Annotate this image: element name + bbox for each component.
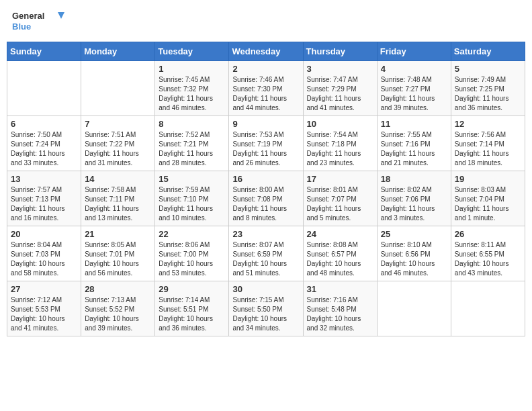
day-number: 18	[381, 174, 447, 184]
calendar-cell: 31Sunrise: 7:16 AM Sunset: 5:48 PM Dayli…	[303, 281, 377, 336]
day-info: Sunrise: 7:16 AM Sunset: 5:48 PM Dayligh…	[307, 295, 373, 333]
day-number: 7	[85, 119, 151, 129]
calendar-cell: 30Sunrise: 7:15 AM Sunset: 5:50 PM Dayli…	[229, 281, 303, 336]
day-number: 5	[455, 64, 521, 74]
day-info: Sunrise: 7:12 AM Sunset: 5:53 PM Dayligh…	[11, 295, 77, 333]
calendar-cell: 1Sunrise: 7:45 AM Sunset: 7:32 PM Daylig…	[155, 61, 229, 116]
day-number: 20	[11, 229, 77, 239]
calendar-table: SundayMondayTuesdayWednesdayThursdayFrid…	[7, 42, 525, 336]
day-info: Sunrise: 7:57 AM Sunset: 7:13 PM Dayligh…	[11, 185, 77, 223]
day-number: 6	[11, 119, 77, 129]
calendar-cell: 15Sunrise: 7:59 AM Sunset: 7:10 PM Dayli…	[155, 171, 229, 226]
day-info: Sunrise: 7:58 AM Sunset: 7:11 PM Dayligh…	[85, 185, 151, 223]
calendar-cell: 25Sunrise: 8:10 AM Sunset: 6:56 PM Dayli…	[377, 226, 451, 281]
calendar-body: 1Sunrise: 7:45 AM Sunset: 7:32 PM Daylig…	[7, 61, 525, 336]
day-number: 9	[232, 119, 299, 129]
calendar-cell: 9Sunrise: 7:53 AM Sunset: 7:19 PM Daylig…	[229, 116, 303, 171]
day-number: 1	[159, 64, 225, 74]
day-info: Sunrise: 7:14 AM Sunset: 5:51 PM Dayligh…	[159, 295, 225, 333]
calendar-cell: 24Sunrise: 8:08 AM Sunset: 6:57 PM Dayli…	[303, 226, 377, 281]
svg-marker-2	[58, 12, 64, 19]
day-number: 28	[85, 284, 151, 294]
day-info: Sunrise: 7:56 AM Sunset: 7:14 PM Dayligh…	[455, 130, 521, 168]
day-info: Sunrise: 7:59 AM Sunset: 7:10 PM Dayligh…	[159, 185, 225, 223]
svg-text:Blue: Blue	[12, 21, 31, 32]
day-number: 25	[381, 229, 447, 239]
calendar-cell	[377, 281, 451, 336]
calendar-cell: 8Sunrise: 7:52 AM Sunset: 7:21 PM Daylig…	[155, 116, 229, 171]
day-header-thursday: Thursday	[303, 42, 377, 61]
calendar-cell: 10Sunrise: 7:54 AM Sunset: 7:18 PM Dayli…	[303, 116, 377, 171]
day-info: Sunrise: 7:48 AM Sunset: 7:27 PM Dayligh…	[381, 75, 447, 113]
day-number: 27	[11, 284, 77, 294]
day-number: 10	[307, 119, 373, 129]
calendar-cell: 12Sunrise: 7:56 AM Sunset: 7:14 PM Dayli…	[451, 116, 525, 171]
week-row-1: 1Sunrise: 7:45 AM Sunset: 7:32 PM Daylig…	[7, 61, 525, 116]
day-info: Sunrise: 7:53 AM Sunset: 7:19 PM Dayligh…	[232, 130, 299, 168]
day-info: Sunrise: 7:13 AM Sunset: 5:52 PM Dayligh…	[85, 295, 151, 333]
day-info: Sunrise: 8:06 AM Sunset: 7:00 PM Dayligh…	[159, 240, 225, 278]
calendar-cell	[451, 281, 525, 336]
logo: General Blue	[12, 9, 66, 34]
day-header-monday: Monday	[81, 42, 155, 61]
day-info: Sunrise: 7:51 AM Sunset: 7:22 PM Dayligh…	[85, 130, 151, 168]
calendar-cell: 6Sunrise: 7:50 AM Sunset: 7:24 PM Daylig…	[7, 116, 81, 171]
week-row-5: 27Sunrise: 7:12 AM Sunset: 5:53 PM Dayli…	[7, 281, 525, 336]
calendar-cell	[81, 61, 155, 116]
calendar-cell: 18Sunrise: 8:02 AM Sunset: 7:06 PM Dayli…	[377, 171, 451, 226]
day-number: 11	[381, 119, 447, 129]
day-number: 26	[455, 229, 521, 239]
week-row-4: 20Sunrise: 8:04 AM Sunset: 7:03 PM Dayli…	[7, 226, 525, 281]
day-number: 30	[232, 284, 299, 294]
day-number: 14	[85, 174, 151, 184]
calendar-cell: 21Sunrise: 8:05 AM Sunset: 7:01 PM Dayli…	[81, 226, 155, 281]
day-number: 13	[11, 174, 77, 184]
svg-text:General: General	[12, 11, 44, 21]
calendar-cell: 16Sunrise: 8:00 AM Sunset: 7:08 PM Dayli…	[229, 171, 303, 226]
calendar-cell: 2Sunrise: 7:46 AM Sunset: 7:30 PM Daylig…	[229, 61, 303, 116]
day-info: Sunrise: 7:55 AM Sunset: 7:16 PM Dayligh…	[381, 130, 447, 168]
calendar-cell: 20Sunrise: 8:04 AM Sunset: 7:03 PM Dayli…	[7, 226, 81, 281]
day-info: Sunrise: 8:10 AM Sunset: 6:56 PM Dayligh…	[381, 240, 447, 278]
week-row-2: 6Sunrise: 7:50 AM Sunset: 7:24 PM Daylig…	[7, 116, 525, 171]
calendar-cell: 17Sunrise: 8:01 AM Sunset: 7:07 PM Dayli…	[303, 171, 377, 226]
day-info: Sunrise: 7:52 AM Sunset: 7:21 PM Dayligh…	[159, 130, 225, 168]
calendar-cell: 19Sunrise: 8:03 AM Sunset: 7:04 PM Dayli…	[451, 171, 525, 226]
calendar-cell: 4Sunrise: 7:48 AM Sunset: 7:27 PM Daylig…	[377, 61, 451, 116]
day-number: 21	[85, 229, 151, 239]
day-number: 29	[159, 284, 225, 294]
calendar-cell: 29Sunrise: 7:14 AM Sunset: 5:51 PM Dayli…	[155, 281, 229, 336]
day-info: Sunrise: 8:08 AM Sunset: 6:57 PM Dayligh…	[307, 240, 373, 278]
day-info: Sunrise: 8:03 AM Sunset: 7:04 PM Dayligh…	[455, 185, 521, 223]
logo-svg: General Blue	[12, 9, 66, 34]
day-info: Sunrise: 8:00 AM Sunset: 7:08 PM Dayligh…	[232, 185, 299, 223]
day-info: Sunrise: 7:54 AM Sunset: 7:18 PM Dayligh…	[307, 130, 373, 168]
calendar-cell: 22Sunrise: 8:06 AM Sunset: 7:00 PM Dayli…	[155, 226, 229, 281]
calendar-cell: 11Sunrise: 7:55 AM Sunset: 7:16 PM Dayli…	[377, 116, 451, 171]
calendar-cell: 27Sunrise: 7:12 AM Sunset: 5:53 PM Dayli…	[7, 281, 81, 336]
calendar-cell: 5Sunrise: 7:49 AM Sunset: 7:25 PM Daylig…	[451, 61, 525, 116]
day-info: Sunrise: 7:46 AM Sunset: 7:30 PM Dayligh…	[232, 75, 299, 113]
calendar-cell: 23Sunrise: 8:07 AM Sunset: 6:59 PM Dayli…	[229, 226, 303, 281]
calendar-cell: 14Sunrise: 7:58 AM Sunset: 7:11 PM Dayli…	[81, 171, 155, 226]
calendar-cell: 3Sunrise: 7:47 AM Sunset: 7:29 PM Daylig…	[303, 61, 377, 116]
day-header-wednesday: Wednesday	[229, 42, 303, 61]
day-info: Sunrise: 7:15 AM Sunset: 5:50 PM Dayligh…	[232, 295, 299, 333]
day-info: Sunrise: 8:04 AM Sunset: 7:03 PM Dayligh…	[11, 240, 77, 278]
day-header-friday: Friday	[377, 42, 451, 61]
day-number: 8	[159, 119, 225, 129]
day-number: 22	[159, 229, 225, 239]
day-number: 3	[307, 64, 373, 74]
week-row-3: 13Sunrise: 7:57 AM Sunset: 7:13 PM Dayli…	[7, 171, 525, 226]
day-number: 12	[455, 119, 521, 129]
day-info: Sunrise: 7:49 AM Sunset: 7:25 PM Dayligh…	[455, 75, 521, 113]
day-number: 4	[381, 64, 447, 74]
page-header: General Blue	[7, 7, 525, 36]
day-info: Sunrise: 7:45 AM Sunset: 7:32 PM Dayligh…	[159, 75, 225, 113]
day-info: Sunrise: 8:11 AM Sunset: 6:55 PM Dayligh…	[455, 240, 521, 278]
day-number: 19	[455, 174, 521, 184]
day-number: 17	[307, 174, 373, 184]
day-info: Sunrise: 8:05 AM Sunset: 7:01 PM Dayligh…	[85, 240, 151, 278]
day-info: Sunrise: 8:01 AM Sunset: 7:07 PM Dayligh…	[307, 185, 373, 223]
calendar-cell: 7Sunrise: 7:51 AM Sunset: 7:22 PM Daylig…	[81, 116, 155, 171]
